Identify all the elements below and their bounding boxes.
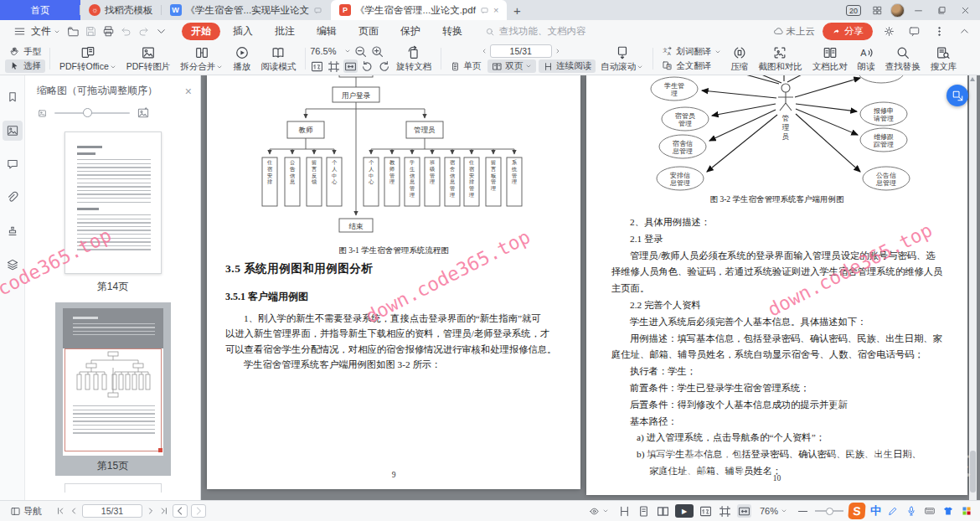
undo-button[interactable] — [117, 23, 135, 39]
new-tab-button[interactable]: + — [507, 0, 527, 20]
page-indicator-input[interactable]: 15/31 — [490, 44, 552, 58]
vertical-scrollbar[interactable] — [969, 75, 977, 500]
panel-close-button[interactable]: × — [185, 85, 192, 98]
more-menu-icon[interactable] — [931, 23, 948, 39]
workspace-badge[interactable]: 20 — [843, 2, 864, 18]
minimize-button[interactable] — [908, 2, 928, 18]
ribbon-tab-4[interactable]: 页面 — [349, 23, 388, 40]
last-page-icon[interactable] — [159, 506, 169, 516]
compare-button[interactable]: 文档比对 — [807, 44, 853, 74]
sogou-ime-icon[interactable]: S — [848, 503, 865, 519]
collapse-toolbar-icon[interactable] — [956, 23, 973, 39]
fit-width-button[interactable] — [737, 504, 751, 518]
thumb-size-slider[interactable] — [54, 112, 130, 114]
thumbnails-panel-icon[interactable] — [3, 121, 23, 141]
zoom-minus-button[interactable] — [796, 504, 810, 518]
continuous-button[interactable]: 连续阅读 — [539, 59, 596, 73]
fit-page-button[interactable] — [718, 504, 732, 518]
view-forward-button[interactable] — [191, 504, 206, 518]
read-aloud-button[interactable]: A朗读 — [853, 44, 880, 74]
first-page-icon[interactable] — [55, 506, 65, 516]
zoom-value[interactable]: 76.5% — [310, 46, 342, 56]
close-button[interactable] — [955, 2, 975, 18]
page-9[interactable]: 用户登录教师管理员住宿安排公告信息留言反馈个人中心个人中心教师管理学生信息管理班… — [207, 75, 580, 489]
comments-panel-icon[interactable] — [3, 154, 23, 174]
ime-skin-icon[interactable] — [941, 504, 955, 518]
file-menu[interactable]: 文件 — [7, 23, 64, 39]
cloud-status[interactable]: 未上云 — [773, 25, 816, 38]
zoom-slider[interactable] — [815, 510, 843, 512]
ime-lang-toggle[interactable]: 中 — [870, 503, 881, 518]
print-button[interactable] — [100, 23, 117, 39]
next-page-icon[interactable] — [146, 506, 156, 516]
pdf-office-button[interactable]: PDF转Office — [54, 44, 121, 74]
ribbon-tab-0[interactable]: 开始 — [182, 23, 220, 40]
double-page-button[interactable] — [656, 504, 670, 518]
nav-panel-toggle[interactable]: 导航 — [7, 505, 45, 518]
select-tool[interactable]: 选择 — [5, 59, 45, 73]
ribbon-tab-3[interactable]: 编辑 — [307, 23, 346, 40]
zoom-value[interactable]: 76% — [756, 506, 791, 516]
feedback-icon[interactable] — [905, 23, 923, 39]
zoom-in-button[interactable] — [370, 44, 384, 58]
ime-pen-icon[interactable] — [886, 504, 900, 518]
actual-size-button[interactable] — [310, 59, 324, 73]
chevron-down-icon[interactable] — [344, 48, 351, 54]
split-merge-button[interactable]: 拆分合并 — [175, 44, 228, 74]
scroll-up-arrow[interactable] — [970, 77, 975, 81]
restore-button[interactable] — [931, 2, 952, 18]
share-button[interactable]: 分享 — [823, 23, 873, 40]
fit-page-button[interactable] — [327, 59, 341, 73]
continuous-read-button[interactable] — [617, 504, 632, 518]
search-box[interactable]: 查找功能、文档内容 — [485, 25, 586, 38]
soft-keyboard-icon[interactable] — [923, 504, 936, 518]
ribbon-tab-6[interactable]: 转换 — [433, 23, 472, 40]
fit-width-button[interactable] — [343, 59, 358, 73]
seal-panel-icon[interactable] — [3, 221, 23, 241]
customize-quickbar-button[interactable] — [152, 23, 170, 39]
fullscreen-play-button[interactable]: ▶ — [675, 504, 694, 518]
prev-page-icon[interactable] — [481, 48, 487, 54]
double-page-button[interactable]: 双页 — [487, 59, 536, 73]
ime-toolbox-icon[interactable] — [960, 504, 973, 518]
ribbon-tab-2[interactable]: 批注 — [266, 23, 304, 40]
pdf-image-button[interactable]: PDF转图片 — [121, 44, 176, 74]
zoom-out-button[interactable] — [353, 44, 368, 58]
autoscroll-button[interactable]: 自动滚动 — [596, 44, 648, 74]
tab-docer[interactable]: ☼找稻壳模板 — [80, 0, 162, 20]
rotate-doc-button[interactable]: 旋转文档 — [391, 44, 436, 74]
thumb-smaller-icon[interactable] — [37, 108, 48, 119]
single-page-button[interactable]: 单页 — [446, 59, 485, 73]
tab-pdf[interactable]: P《学生宿舍管理...业论文.pdf× — [331, 0, 507, 20]
prev-page-icon[interactable] — [69, 506, 79, 516]
mic-icon[interactable] — [905, 504, 918, 518]
thumb-larger-icon[interactable] — [137, 106, 150, 120]
float-translate-button[interactable] — [946, 85, 968, 106]
thumbnail-page-14[interactable] — [64, 132, 162, 274]
open-folder-button[interactable] — [64, 23, 82, 39]
ribbon-tab-5[interactable]: 保护 — [391, 23, 430, 40]
compress-button[interactable]: 压缩 — [725, 44, 753, 74]
save-button[interactable] — [82, 23, 100, 39]
zoom-slider-knob[interactable] — [826, 508, 833, 515]
slider-knob[interactable] — [83, 108, 92, 117]
scrollbar-thumb[interactable] — [970, 451, 976, 493]
tab-close-icon[interactable]: × — [493, 5, 498, 15]
play-button[interactable]: 播放 — [228, 44, 255, 74]
word-translate-button[interactable]: 文A 划词翻译 — [658, 45, 725, 59]
actual-size-button[interactable] — [699, 504, 713, 518]
single-page-button[interactable] — [637, 504, 651, 518]
hand-tool[interactable]: 手型 — [5, 45, 45, 59]
redo-button[interactable] — [135, 23, 152, 39]
full-translate-button[interactable]: A 全文翻译 — [658, 59, 725, 73]
thumbnail-page-16-partial[interactable] — [64, 483, 162, 493]
bookmarks-panel-icon[interactable] — [3, 87, 23, 107]
tab-home[interactable]: 首页 — [0, 0, 80, 20]
layers-panel-icon[interactable] — [3, 255, 23, 275]
next-page-icon[interactable] — [554, 48, 561, 54]
ribbon-tab-1[interactable]: 插入 — [224, 23, 262, 40]
thumbnail-page-15-selected[interactable]: 第15页 — [55, 302, 171, 476]
book-button[interactable]: 阅读模式 — [255, 44, 301, 74]
find-replace-button[interactable]: 查找替换 — [880, 44, 926, 74]
rotate-ccw-button[interactable] — [360, 59, 374, 73]
